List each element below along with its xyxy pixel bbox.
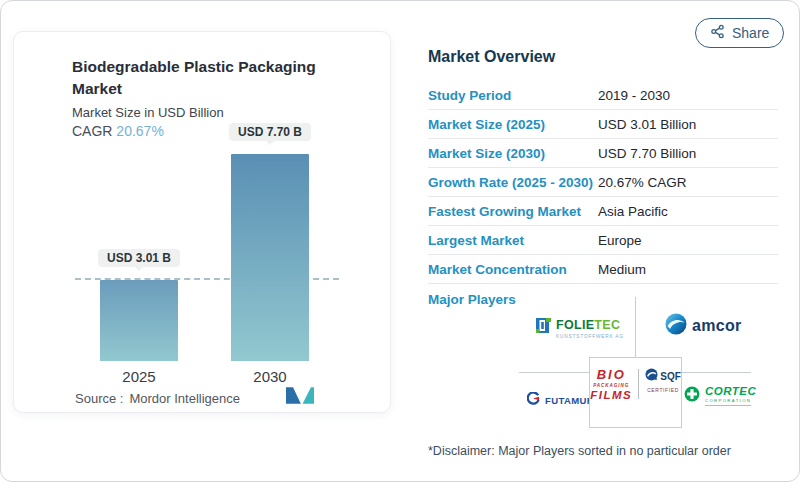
share-icon — [710, 24, 725, 42]
overview-row-market-size-2030: Market Size (2030)USD 7.70 Billion — [428, 139, 778, 168]
players-grid-vertical-divider — [635, 297, 636, 357]
source-line: Source :Mordor Intelligence — [75, 391, 240, 406]
cortec-logo: CORTEC CORPORATION — [684, 386, 756, 406]
films-line: FILMS — [590, 389, 632, 401]
share-button-label: Share — [732, 25, 769, 41]
cortec-wordmark: CORTEC — [705, 386, 756, 398]
folietec-wordmark-folie: FOLIE — [556, 318, 594, 332]
row-label: Market Size (2025) — [428, 117, 598, 132]
market-overview-heading: Market Overview — [428, 48, 555, 66]
amcor-logo: amcor — [665, 313, 742, 339]
amcor-wordmark: amcor — [692, 317, 742, 335]
row-value: 20.67% CAGR — [598, 175, 687, 190]
row-value: Europe — [598, 233, 642, 248]
row-label: Study Period — [428, 88, 598, 103]
amcor-icon — [665, 313, 687, 339]
row-value: Medium — [598, 262, 646, 277]
sqf-icon — [645, 367, 658, 385]
overview-row-market-concentration: Market ConcentrationMedium — [428, 255, 778, 284]
bar-value-label-2025: USD 3.01 B — [98, 249, 180, 267]
futamura-icon — [527, 391, 540, 409]
bar-2030 — [231, 154, 309, 361]
row-label: Market Concentration — [428, 262, 598, 277]
x-axis-label-2025: 2025 — [122, 368, 155, 385]
cortec-tagline-rule — [705, 405, 751, 407]
overview-row-study-period: Study Period2019 - 2030 — [428, 81, 778, 110]
cortec-subtitle: CORPORATION — [705, 399, 756, 403]
row-value: USD 7.70 Billion — [598, 146, 696, 161]
report-widget: Biodegradable Plastic Packaging Market M… — [0, 0, 800, 482]
chart-subtitle: Market Size in USD Billion — [72, 105, 338, 120]
row-value: 2019 - 2030 — [598, 88, 670, 103]
row-value: Asia Pacific — [598, 204, 668, 219]
source-value: Mordor Intelligence — [129, 391, 240, 406]
sqf-certified-label: CERTIFIED — [645, 387, 681, 393]
folietec-icon — [536, 318, 551, 337]
overview-row-market-size-2025: Market Size (2025)USD 3.01 Billion — [428, 110, 778, 139]
chart-title: Biodegradable Plastic Packaging Market — [72, 56, 338, 101]
source-label: Source : — [75, 391, 123, 406]
bar-chart-plot: USD 3.01 B USD 7.70 B 2025 2030 — [75, 131, 339, 361]
share-button[interactable]: Share — [695, 18, 784, 48]
folietec-logo: FOLIETEC KUNSTSTOFFWERK AG — [536, 315, 624, 339]
bio-packaging-films-wordmark: BIO PACKAGING FILMS — [590, 367, 632, 427]
overview-row-largest-market: Largest MarketEurope — [428, 226, 778, 255]
bar-value-label-2030: USD 7.70 B — [229, 123, 311, 141]
bio-line: BIO — [590, 367, 632, 382]
row-label: Largest Market — [428, 233, 598, 248]
sqf-wordmark: SQF — [660, 371, 681, 382]
major-players-disclaimer: *Disclaimer: Major Players sorted in no … — [428, 444, 731, 458]
bar-2025 — [100, 280, 178, 361]
row-label: Fastest Growing Market — [428, 204, 598, 219]
row-label: Market Size (2030) — [428, 146, 598, 161]
packaging-line: PACKAGING — [590, 383, 632, 388]
sqf-certified-mark: SQF CERTIFIED — [645, 367, 681, 427]
overview-row-growth-rate: Growth Rate (2025 - 2030)20.67% CAGR — [428, 168, 778, 197]
cortec-icon — [684, 386, 700, 406]
mordor-intelligence-logo-icon — [286, 387, 314, 408]
market-size-chart-card: Biodegradable Plastic Packaging Market M… — [13, 31, 391, 413]
bio-packaging-films-logo-box: BIO PACKAGING FILMS SQF CERTIFIED — [589, 357, 682, 428]
logo-box-divider — [638, 369, 639, 399]
major-players-label: Major Players — [428, 292, 516, 307]
row-label: Growth Rate (2025 - 2030) — [428, 175, 598, 190]
folietec-wordmark-tec: TEC — [594, 318, 620, 332]
x-axis-label-2030: 2030 — [253, 368, 286, 385]
overview-row-fastest-growing-market: Fastest Growing MarketAsia Pacific — [428, 197, 778, 226]
row-value: USD 3.01 Billion — [598, 117, 696, 132]
folietec-subtitle: KUNSTSTOFFWERK AG — [556, 334, 624, 339]
